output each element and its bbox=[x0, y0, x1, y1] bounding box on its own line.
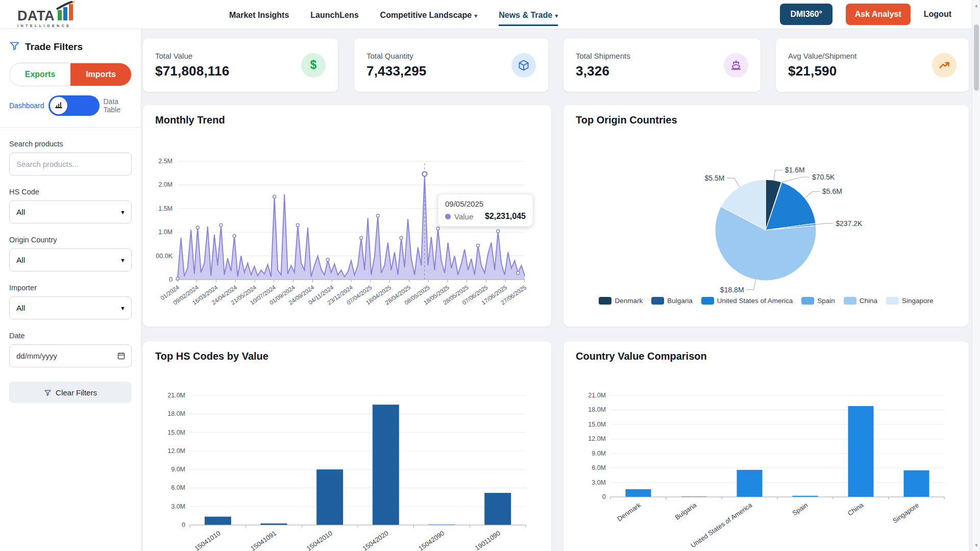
page-scrollbar[interactable]: ▲ ▼ bbox=[972, 0, 980, 551]
svg-text:9.0M: 9.0M bbox=[592, 450, 606, 457]
stat-value: 3,326 bbox=[576, 63, 630, 79]
svg-text:6.0M: 6.0M bbox=[592, 464, 606, 471]
stat-label: Total Quantity bbox=[366, 52, 426, 60]
scroll-up-icon[interactable]: ▲ bbox=[972, 3, 980, 8]
chevron-down-icon: ▼ bbox=[120, 257, 126, 263]
date-label: Date bbox=[9, 332, 132, 340]
origin-country-select[interactable]: All▼ bbox=[9, 248, 132, 271]
svg-text:United States of America: United States of America bbox=[689, 501, 753, 549]
country-bar-chart[interactable]: 21.0M18.0M15.0M12.0M9.0M6.0M3.0M0Denmark… bbox=[564, 341, 969, 551]
legend-label: Singapore bbox=[902, 297, 934, 305]
ask-analyst-button[interactable]: Ask Analyst bbox=[846, 4, 911, 25]
svg-text:15.0M: 15.0M bbox=[588, 421, 606, 428]
data-table-label[interactable]: Data Table bbox=[104, 97, 132, 114]
logo: DATA INTELLIGENCE bbox=[17, 1, 76, 28]
origin-countries-pie-chart[interactable]: $1.6M$70.5K$5.6M$237.2K$18.8M$5.5M bbox=[564, 105, 969, 327]
trade-direction-toggle: Exports Imports bbox=[9, 63, 132, 86]
trend-up-icon bbox=[932, 53, 957, 78]
nav-competitive-landscape[interactable]: Competitive Landscape▾ bbox=[380, 3, 478, 26]
country-value-comparison-card: Country Value Comparison 21.0M18.0M15.0M… bbox=[564, 341, 969, 551]
stat-value: $71,808,116 bbox=[155, 63, 229, 79]
svg-text:6.0M: 6.0M bbox=[171, 484, 185, 491]
bar-chart-icon bbox=[54, 100, 63, 111]
tooltip-value: $2,231,045 bbox=[485, 212, 526, 221]
legend-item[interactable]: China bbox=[844, 297, 877, 305]
logout-button[interactable]: Logout bbox=[924, 10, 951, 19]
svg-text:$1.6M: $1.6M bbox=[785, 166, 805, 174]
legend-item[interactable]: Denmark bbox=[599, 297, 643, 305]
nav-news-trade[interactable]: News & Trade▾ bbox=[499, 3, 558, 26]
svg-text:1.5M: 1.5M bbox=[158, 205, 173, 212]
importer-label: Importer bbox=[9, 284, 132, 292]
svg-text:00.0K: 00.0K bbox=[156, 253, 173, 260]
svg-text:$5.6M: $5.6M bbox=[822, 187, 842, 195]
legend-label: United States of America bbox=[717, 297, 793, 305]
svg-text:2.5M: 2.5M bbox=[158, 158, 173, 165]
svg-text:9.0M: 9.0M bbox=[171, 466, 185, 473]
tooltip-date: 09/05/2025 bbox=[445, 199, 526, 208]
svg-text:0: 0 bbox=[182, 521, 185, 529]
exports-button[interactable]: Exports bbox=[10, 63, 70, 86]
chart-tooltip: 09/05/2025 Value $2,231,045 bbox=[438, 194, 533, 227]
funnel-icon bbox=[44, 389, 52, 396]
svg-text:3.0M: 3.0M bbox=[592, 479, 606, 486]
legend-label: China bbox=[860, 297, 877, 305]
chevron-down-icon: ▼ bbox=[120, 305, 126, 311]
svg-text:15041091: 15041091 bbox=[249, 529, 278, 551]
svg-text:15042010: 15042010 bbox=[305, 529, 334, 551]
chevron-down-icon: ▾ bbox=[474, 12, 477, 19]
hs-code-select[interactable]: All▼ bbox=[9, 201, 132, 223]
legend-label: Denmark bbox=[615, 297, 643, 305]
logo-subtitle: INTELLIGENCE bbox=[17, 24, 76, 28]
search-input[interactable] bbox=[9, 153, 132, 176]
dmi360-button[interactable]: DMI360° bbox=[780, 4, 832, 25]
legend-label: Bulgaria bbox=[667, 297, 693, 305]
nav-market-insights[interactable]: Market Insights bbox=[229, 3, 289, 26]
nav-launchlens[interactable]: LaunchLens bbox=[310, 3, 358, 26]
stat-label: Total Value bbox=[155, 52, 229, 60]
search-products-label: Search products bbox=[9, 140, 132, 148]
svg-text:21.0M: 21.0M bbox=[167, 392, 185, 399]
legend-swatch bbox=[844, 297, 856, 305]
svg-text:15041010: 15041010 bbox=[193, 529, 222, 551]
hs-codes-bar-chart[interactable]: 21.0M18.0M15.0M12.0M9.0M6.0M3.0M01504101… bbox=[143, 341, 551, 551]
legend-item[interactable]: Bulgaria bbox=[651, 297, 693, 305]
trade-filters-sidebar: Trade Filters Exports Imports Dashboard … bbox=[0, 29, 141, 551]
date-input[interactable]: dd/mm/yyyy bbox=[9, 344, 132, 367]
svg-text:$5.5M: $5.5M bbox=[705, 174, 725, 182]
svg-text:China: China bbox=[846, 501, 865, 517]
stat-card-total-quantity: Total Quantity 7,433,295 bbox=[354, 38, 548, 92]
legend-swatch bbox=[801, 297, 814, 305]
scroll-down-icon[interactable]: ▼ bbox=[972, 543, 980, 548]
origin-country-label: Origin Country bbox=[9, 236, 132, 244]
svg-text:15042090: 15042090 bbox=[417, 529, 446, 551]
svg-text:$18.8M: $18.8M bbox=[720, 286, 744, 294]
svg-text:Denmark: Denmark bbox=[616, 501, 642, 523]
monthly-trend-card: Monthly Trend 2.5M2.0M1.5M1.0M00.0K001/2… bbox=[143, 105, 551, 327]
stat-value: $21,590 bbox=[788, 63, 857, 79]
stat-label: Total Shipments bbox=[576, 52, 630, 60]
scrollbar-thumb[interactable] bbox=[974, 24, 979, 91]
view-mode-toggle[interactable] bbox=[48, 95, 100, 116]
svg-text:18.0M: 18.0M bbox=[167, 410, 185, 417]
clear-filters-button[interactable]: Clear Filters bbox=[9, 382, 132, 403]
funnel-icon bbox=[9, 40, 20, 54]
chevron-down-icon: ▼ bbox=[120, 209, 126, 215]
imports-button[interactable]: Imports bbox=[70, 63, 131, 86]
svg-text:$70.5K: $70.5K bbox=[812, 173, 835, 181]
svg-text:0: 0 bbox=[169, 276, 173, 283]
calendar-icon[interactable] bbox=[117, 352, 126, 360]
sidebar-title: Trade Filters bbox=[25, 41, 83, 53]
importer-select[interactable]: All▼ bbox=[9, 296, 132, 319]
legend-item[interactable]: United States of America bbox=[701, 297, 793, 305]
svg-text:1.0M: 1.0M bbox=[158, 229, 173, 236]
svg-text:15.0M: 15.0M bbox=[167, 429, 185, 436]
legend-item[interactable]: Singapore bbox=[886, 297, 934, 305]
svg-text:0: 0 bbox=[602, 493, 606, 500]
hs-code-label: HS Code bbox=[9, 188, 132, 196]
dashboard-label[interactable]: Dashboard bbox=[9, 102, 44, 110]
series-dot-icon bbox=[445, 214, 451, 219]
legend-item[interactable]: Spain bbox=[801, 297, 835, 305]
legend-swatch bbox=[701, 297, 714, 305]
svg-text:12.0M: 12.0M bbox=[588, 435, 606, 442]
